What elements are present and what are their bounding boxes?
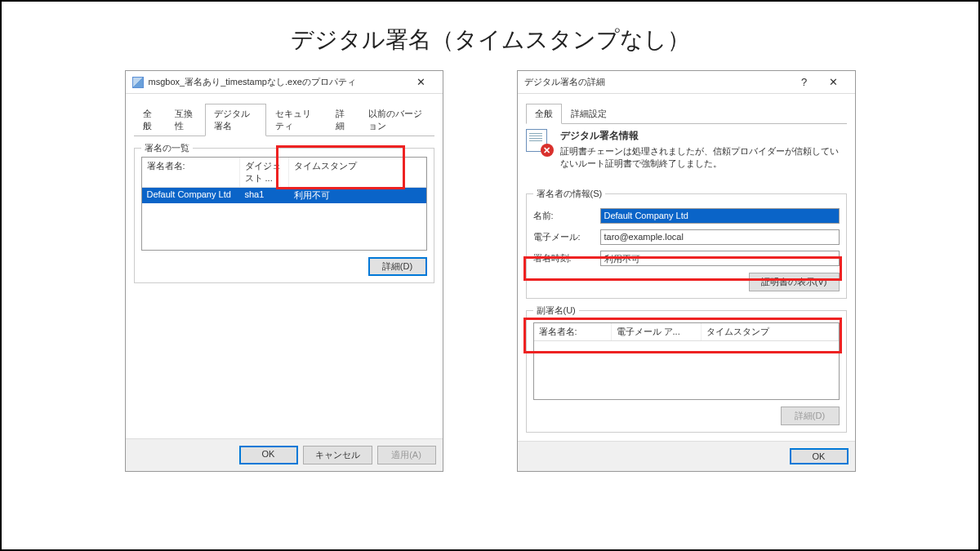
close-icon[interactable]: ✕ <box>407 73 436 92</box>
groupbox-legend: 署名者の情報(S) <box>533 188 606 200</box>
titlebar: msgbox_署名あり_timestampなし.exeのプロパティ ✕ <box>126 71 443 94</box>
window-title: デジタル署名の詳細 <box>524 76 790 88</box>
col-signer: 署名者名: <box>534 323 612 340</box>
list-header: 署名者名: ダイジェスト ... タイムスタンプ <box>142 158 426 188</box>
help-icon[interactable]: ? <box>790 73 819 92</box>
name-label: 名前: <box>533 210 600 222</box>
tab-advanced[interactable]: 詳細設定 <box>562 104 616 124</box>
signer-info-group: 署名者の情報(S) 名前: Default Company Ltd 電子メール:… <box>526 193 847 299</box>
tab-digital-signatures[interactable]: デジタル署名 <box>205 104 265 136</box>
col-signer: 署名者名: <box>142 158 240 187</box>
signature-list-group: 署名の一覧 署名者名: ダイジェスト ... タイムスタンプ Default C… <box>134 148 434 283</box>
details-button[interactable]: 詳細(D) <box>781 407 840 425</box>
signature-list[interactable]: 署名者名: ダイジェスト ... タイムスタンプ Default Company… <box>141 157 427 251</box>
ok-button[interactable]: OK <box>239 446 298 464</box>
groupbox-legend: 署名の一覧 <box>141 142 193 154</box>
dialog-footer: OK キャンセル 適用(A) <box>126 438 443 471</box>
tab-general[interactable]: 全般 <box>526 104 562 124</box>
col-email: 電子メール ア... <box>612 323 702 340</box>
email-label: 電子メール: <box>533 231 600 243</box>
name-field[interactable]: Default Company Ltd <box>600 208 840 224</box>
close-icon[interactable]: ✕ <box>819 73 849 92</box>
window-title: msgbox_署名あり_timestampなし.exeのプロパティ <box>149 76 407 88</box>
info-title: デジタル署名情報 <box>560 129 847 143</box>
info-text: 証明書チェーンは処理されましたが、信頼プロバイダーが信頼していないルート証明書で… <box>560 145 847 171</box>
email-field[interactable]: taro@example.local <box>600 229 840 245</box>
signature-details-dialog: デジタル署名の詳細 ? ✕ 全般 詳細設定 ✕ デジタル署名情報 証明書チェーン… <box>517 70 856 472</box>
countersignatures-group: 副署名(U) 署名者名: 電子メール ア... タイムスタンプ 詳細(D) <box>526 310 847 433</box>
properties-dialog: msgbox_署名あり_timestampなし.exeのプロパティ ✕ 全般 互… <box>125 70 443 472</box>
cell-digest: sha1 <box>240 188 289 203</box>
col-digest: ダイジェスト ... <box>240 158 289 187</box>
list-row[interactable]: Default Company Ltd sha1 利用不可 <box>142 188 426 203</box>
tab-details[interactable]: 詳細 <box>327 104 359 136</box>
tab-general[interactable]: 全般 <box>134 104 166 136</box>
col-timestamp: タイムスタンプ <box>289 158 426 187</box>
tabs: 全般 互換性 デジタル署名 セキュリティ 詳細 以前のバージョン <box>134 104 434 136</box>
titlebar: デジタル署名の詳細 ? ✕ <box>518 71 855 94</box>
groupbox-legend: 副署名(U) <box>533 304 579 317</box>
tab-security[interactable]: セキュリティ <box>266 104 327 136</box>
ok-button[interactable]: OK <box>790 448 849 464</box>
countersignatures-list[interactable]: 署名者名: 電子メール ア... タイムスタンプ <box>533 322 840 400</box>
tab-compatibility[interactable]: 互換性 <box>166 104 205 136</box>
time-label: 署名時刻: <box>533 252 600 264</box>
apply-button[interactable]: 適用(A) <box>377 446 436 464</box>
dialog-footer: OK <box>518 441 855 471</box>
col-timestamp: タイムスタンプ <box>702 323 839 340</box>
certificate-error-icon: ✕ <box>526 129 552 155</box>
app-icon <box>132 77 144 88</box>
tab-previous-versions[interactable]: 以前のバージョン <box>359 104 434 136</box>
view-certificate-button[interactable]: 証明書の表示(V) <box>749 273 840 291</box>
tabs: 全般 詳細設定 <box>526 104 847 124</box>
cell-signer: Default Company Ltd <box>142 188 240 203</box>
time-field[interactable]: 利用不可 <box>600 251 840 266</box>
cancel-button[interactable]: キャンセル <box>303 446 372 464</box>
page-title: デジタル署名（タイムスタンプなし） <box>2 2 978 70</box>
cell-timestamp: 利用不可 <box>289 188 426 203</box>
details-button[interactable]: 詳細(D) <box>368 257 427 276</box>
